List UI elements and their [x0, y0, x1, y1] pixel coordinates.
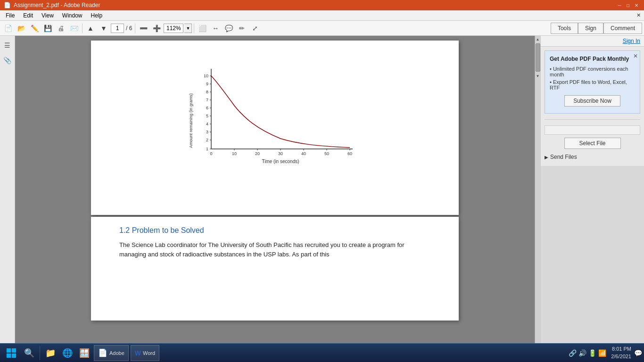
volume-up-icon[interactable]: 🔊	[578, 349, 586, 357]
maximize-button[interactable]: □	[624, 1, 632, 9]
svg-rect-37	[7, 348, 11, 353]
right-panel: Sign In Get Adobe PDF Pack Monthly ✕ • U…	[540, 36, 644, 347]
taskbar-word[interactable]: W Word	[131, 345, 159, 361]
email-button[interactable]: ✉️	[68, 22, 80, 34]
scroll-down-button[interactable]: ▼	[535, 73, 541, 79]
bookmarks-icon[interactable]: 📎	[2, 55, 13, 66]
system-tray: 🔗 🔊 🔋 📶 8:01 PM 2/6/2021 💬	[567, 346, 642, 360]
pdf-scroll[interactable]: 1 2 3 4 5 6 7	[15, 36, 535, 347]
left-sidebar: ☰ 📎	[0, 36, 15, 347]
menu-view[interactable]: View	[38, 11, 58, 20]
edit-button[interactable]: ✏️	[28, 22, 41, 34]
fullscreen-button[interactable]: ⤢	[249, 22, 261, 34]
pages-panel-icon[interactable]: ☰	[2, 40, 13, 51]
pdf-pack-close-button[interactable]: ✕	[633, 53, 638, 59]
notification-icon[interactable]: 💬	[634, 349, 642, 357]
svg-text:10: 10	[232, 151, 237, 156]
prev-page-button[interactable]: ▲	[84, 22, 97, 34]
scroll-thumb[interactable]	[536, 43, 540, 72]
app-icon: 📄	[4, 2, 11, 8]
start-button[interactable]	[2, 345, 21, 362]
page1-content: 1 2 3 4 5 6 7	[91, 41, 459, 197]
svg-rect-40	[12, 354, 16, 358]
scroll-up-button[interactable]: ▲	[535, 36, 541, 42]
zoom-input[interactable]: 112%	[164, 24, 183, 33]
main-layout: ☰ 📎 1 2	[0, 36, 644, 347]
taskbar: 🔍 📁 🌐 🪟 📄 Adobe W Word 🔗 🔊 🔋 📶 8:01 PM 2…	[0, 343, 644, 362]
sign-in-link[interactable]: Sign In	[623, 38, 640, 44]
taskbar-adobe[interactable]: 📄 Adobe	[94, 345, 129, 361]
next-page-button[interactable]: ▼	[98, 22, 110, 34]
tools-button[interactable]: Tools	[551, 23, 578, 34]
menu-window[interactable]: Window	[58, 11, 86, 20]
sign-button[interactable]: Sign	[578, 23, 603, 34]
menu-help[interactable]: Help	[87, 11, 107, 20]
taskbar-windows[interactable]: 🪟	[77, 346, 92, 361]
taskbar-explorer[interactable]: 📁	[43, 346, 58, 361]
svg-rect-38	[12, 348, 16, 353]
separator-2	[135, 24, 135, 33]
menu-file[interactable]: File	[2, 11, 18, 20]
chart-container: 1 2 3 4 5 6 7	[188, 64, 362, 174]
zoom-out-button[interactable]: ➖	[137, 22, 149, 34]
menu-close-button[interactable]: ✕	[635, 12, 642, 19]
svg-text:Time (in seconds): Time (in seconds)	[262, 159, 299, 164]
scroll-track: ▲ ▼	[535, 36, 540, 347]
close-button[interactable]: ✕	[633, 1, 640, 9]
svg-text:3: 3	[206, 130, 208, 134]
highlight-button[interactable]: ✏	[236, 22, 248, 34]
zoom-in-button[interactable]: ➕	[150, 22, 163, 34]
page-total: / 6	[125, 25, 133, 32]
comment-button[interactable]: Comment	[603, 23, 642, 34]
pdf-pack-bullet-2: • Export PDF files to Word, Excel, RTF	[550, 79, 635, 90]
subscribe-button[interactable]: Subscribe Now	[564, 95, 620, 107]
svg-text:4: 4	[206, 122, 208, 126]
search-button[interactable]: 🔍	[22, 346, 37, 361]
new-button[interactable]: 📄	[2, 22, 14, 34]
system-icons: 🔗 🔊 🔋 📶	[567, 349, 608, 357]
upload-drop-zone	[545, 125, 640, 135]
clock-date: 2/6/2021	[611, 353, 631, 360]
select-file-button[interactable]: Select File	[564, 138, 621, 149]
svg-text:10: 10	[204, 74, 208, 78]
svg-text:9: 9	[206, 82, 208, 86]
battery-icon[interactable]: 🔋	[588, 349, 596, 357]
wifi-icon[interactable]: 📶	[598, 349, 606, 357]
svg-text:0: 0	[210, 151, 212, 156]
adobe-app-icon: 📄	[98, 348, 107, 357]
zoom-dropdown[interactable]: ▼	[184, 24, 192, 33]
right-panel-header: Sign In	[541, 36, 644, 47]
page2-content: 1.2 Problem to be Solved The Science Lab…	[91, 217, 459, 268]
send-files-row[interactable]: ▶ Send Files	[545, 152, 640, 162]
svg-text:7: 7	[206, 98, 208, 102]
svg-text:60: 60	[347, 151, 352, 156]
adobe-app-label: Adobe	[109, 350, 124, 356]
fit-width-button[interactable]: ↔	[209, 22, 222, 34]
print-button[interactable]: 🖨	[55, 22, 67, 34]
fit-page-button[interactable]: ⬜	[196, 22, 208, 34]
pdf-pack-box: Get Adobe PDF Pack Monthly ✕ • Unlimited…	[545, 50, 640, 114]
title-bar-controls: ─ □ ✕	[616, 1, 640, 9]
open-button[interactable]: 📂	[15, 22, 27, 34]
taskbar-chrome[interactable]: 🌐	[60, 346, 75, 361]
menu-edit[interactable]: Edit	[19, 11, 37, 20]
page-number-input[interactable]: 1	[111, 24, 124, 33]
save-button[interactable]: 💾	[41, 22, 54, 34]
note-button[interactable]: 💬	[223, 22, 235, 34]
clock[interactable]: 8:01 PM 2/6/2021	[611, 346, 631, 360]
svg-text:1: 1	[206, 147, 208, 151]
menu-bar: File Edit View Window Help ✕	[0, 10, 644, 21]
taskbar-sep-1	[40, 346, 40, 360]
page-navigation: 1 / 6	[111, 24, 133, 33]
svg-text:5: 5	[206, 114, 208, 118]
network-icon[interactable]: 🔗	[569, 349, 577, 357]
svg-text:8: 8	[206, 90, 208, 94]
pdf-page-2: 1.2 Problem to be Solved The Science Lab…	[91, 217, 459, 321]
window-title: Assignment_2.pdf - Adobe Reader	[14, 2, 100, 8]
svg-text:6: 6	[206, 106, 208, 110]
minimize-button[interactable]: ─	[616, 1, 623, 9]
pdf-pack-title: Get Adobe PDF Pack Monthly	[550, 56, 635, 62]
decay-chart: 1 2 3 4 5 6 7	[188, 64, 362, 173]
right-tool-buttons: Tools Sign Comment	[551, 23, 642, 34]
separator-3	[194, 24, 194, 33]
